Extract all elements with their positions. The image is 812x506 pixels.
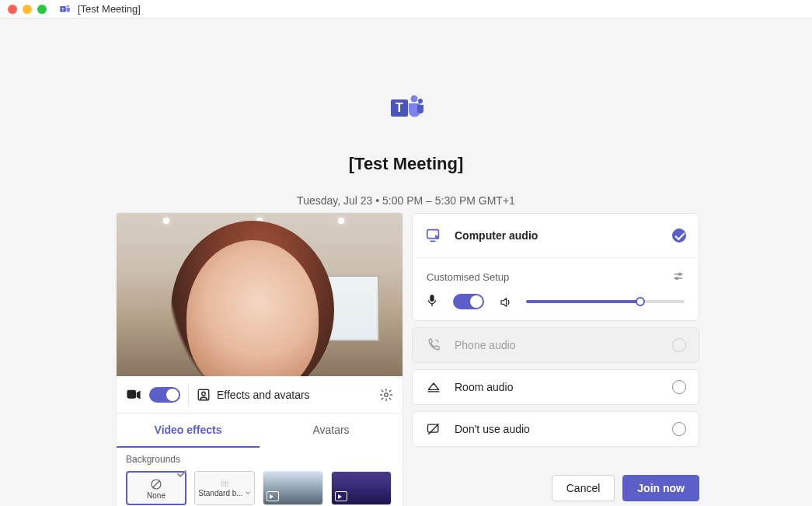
background-standard-blur[interactable]: Standard b... xyxy=(194,471,255,505)
svg-point-29 xyxy=(676,277,678,280)
svg-point-16 xyxy=(228,481,228,482)
no-audio-icon xyxy=(425,421,442,438)
camera-toggle[interactable] xyxy=(149,387,180,403)
join-now-button[interactable]: Join now xyxy=(622,475,699,501)
room-audio-label: Room audio xyxy=(455,381,660,393)
svg-point-24 xyxy=(228,485,228,486)
video-panel: Effects and avatars Video effects Avatar… xyxy=(117,213,403,506)
svg-point-22 xyxy=(224,485,225,486)
computer-audio-radio[interactable] xyxy=(672,229,686,243)
phone-audio-label: Phone audio xyxy=(455,339,660,351)
audio-panel: Computer audio Customised Setup xyxy=(412,213,699,501)
person-square-icon xyxy=(197,388,211,402)
svg-point-5 xyxy=(410,96,417,103)
svg-point-14 xyxy=(224,481,225,482)
customised-setup-label: Customised Setup xyxy=(427,271,509,283)
computer-audio-option[interactable]: Computer audio xyxy=(413,214,699,257)
svg-rect-8 xyxy=(198,389,209,400)
window-traffic-lights xyxy=(8,5,47,14)
svg-point-17 xyxy=(221,483,222,484)
svg-rect-30 xyxy=(430,295,434,302)
svg-point-23 xyxy=(225,485,226,486)
no-audio-option[interactable]: Don't use audio xyxy=(413,412,699,446)
image-icon xyxy=(267,491,279,501)
phone-audio-icon xyxy=(425,337,442,354)
teams-logo-icon: T xyxy=(388,89,425,126)
svg-rect-7 xyxy=(127,389,136,398)
room-audio-icon xyxy=(425,379,442,396)
volume-slider[interactable] xyxy=(526,300,685,303)
no-audio-card: Don't use audio xyxy=(412,411,699,447)
window-titlebar: T [Test Meeting] xyxy=(0,0,812,19)
background-none[interactable]: None xyxy=(126,471,186,505)
microphone-icon xyxy=(427,294,439,309)
video-preview xyxy=(117,213,403,376)
room-audio-option[interactable]: Room audio xyxy=(413,370,699,404)
svg-point-13 xyxy=(221,481,222,482)
svg-point-6 xyxy=(418,99,423,103)
meeting-title: [Test Meeting] xyxy=(349,154,463,174)
microphone-toggle[interactable] xyxy=(453,294,484,309)
audio-settings-button[interactable] xyxy=(672,270,685,283)
computer-audio-label: Computer audio xyxy=(455,229,660,242)
camera-icon xyxy=(126,389,141,400)
effects-and-avatars-button[interactable]: Effects and avatars xyxy=(197,388,371,402)
computer-audio-icon xyxy=(425,227,442,244)
none-icon xyxy=(149,477,163,491)
meeting-time: Tuesday, Jul 23 • 5:00 PM – 5:30 PM GMT+… xyxy=(297,194,515,207)
background-image-2[interactable] xyxy=(331,471,392,505)
svg-point-27 xyxy=(679,273,681,275)
action-buttons: Cancel Join now xyxy=(412,475,699,501)
svg-point-18 xyxy=(224,483,225,484)
close-window-button[interactable] xyxy=(8,5,17,14)
background-none-label: None xyxy=(147,491,166,500)
backgrounds-section-label: Backgrounds xyxy=(117,448,403,471)
blur-icon xyxy=(218,480,232,489)
no-audio-radio[interactable] xyxy=(672,422,686,436)
svg-point-2 xyxy=(67,5,69,7)
cancel-button[interactable]: Cancel xyxy=(552,475,615,501)
video-settings-button[interactable] xyxy=(379,388,393,402)
video-toolbar: Effects and avatars xyxy=(117,376,403,414)
speaker-icon xyxy=(498,295,512,308)
minimize-window-button[interactable] xyxy=(23,5,32,14)
effects-label: Effects and avatars xyxy=(217,389,310,401)
background-image-1[interactable] xyxy=(263,471,323,505)
tab-avatars[interactable]: Avatars xyxy=(260,414,403,448)
computer-audio-card: Computer audio Customised Setup xyxy=(412,213,699,321)
svg-point-9 xyxy=(202,392,206,396)
effects-tabs: Video effects Avatars xyxy=(117,414,403,448)
backgrounds-row: None Standard b... xyxy=(117,471,403,506)
room-audio-card: Room audio xyxy=(412,369,699,405)
no-audio-label: Don't use audio xyxy=(455,423,660,435)
phone-audio-option: Phone audio xyxy=(413,328,699,362)
svg-point-19 xyxy=(225,483,226,484)
svg-point-21 xyxy=(221,485,222,486)
maximize-window-button[interactable] xyxy=(37,5,47,14)
background-blur-label: Standard b... xyxy=(198,489,242,497)
teams-app-icon: T xyxy=(59,3,71,16)
gear-icon xyxy=(379,388,393,402)
meeting-header: T [Test Meeting] Tuesday, Jul 23 • 5:00 … xyxy=(0,89,812,207)
window-title: [Test Meeting] xyxy=(78,3,141,15)
tab-video-effects[interactable]: Video effects xyxy=(117,414,260,448)
chevron-down-icon xyxy=(245,490,251,496)
customised-setup-section: Customised Setup xyxy=(413,257,699,320)
svg-point-20 xyxy=(228,483,228,484)
svg-point-10 xyxy=(385,393,389,396)
phone-audio-radio xyxy=(672,338,686,352)
video-bg-icon xyxy=(335,491,347,501)
checkmark-icon xyxy=(176,468,188,480)
svg-line-12 xyxy=(153,480,160,487)
svg-text:T: T xyxy=(396,101,403,114)
room-audio-radio[interactable] xyxy=(672,380,686,394)
svg-point-15 xyxy=(225,481,226,482)
phone-audio-card: Phone audio xyxy=(412,327,699,363)
